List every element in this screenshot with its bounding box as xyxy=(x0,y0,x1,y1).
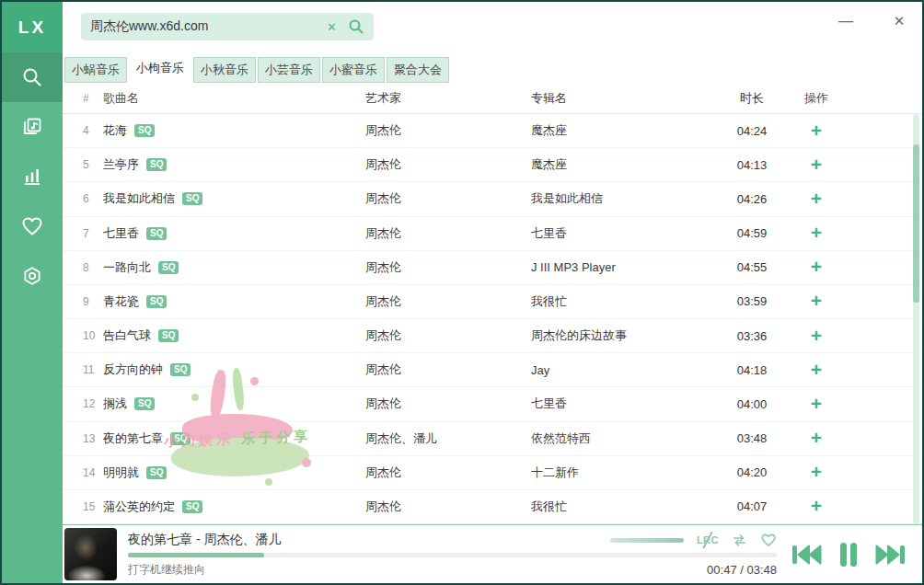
song-artist: 周杰伦 xyxy=(365,122,531,139)
song-title: 花海 xyxy=(103,122,127,139)
scrollbar-track[interactable] xyxy=(913,114,919,524)
song-row[interactable]: 13夜的第七章SQ周杰伦、潘儿依然范特西03:48+ xyxy=(63,422,922,456)
favorite-heart-icon[interactable] xyxy=(760,533,777,547)
add-song-button[interactable]: + xyxy=(811,396,822,412)
song-row[interactable]: 15蒲公英的约定SQ周杰伦我很忙04:07+ xyxy=(63,490,922,524)
song-title: 明明就 xyxy=(103,465,139,481)
quality-badge: SQ xyxy=(146,227,167,240)
header-bar: ✕ — ✕ xyxy=(63,2,922,52)
column-header-2: 艺术家 xyxy=(365,90,531,107)
song-row[interactable]: 6我是如此相信SQ周杰伦我是如此相信04:26+ xyxy=(63,182,922,216)
tab-source-0[interactable]: 小蜗音乐 xyxy=(64,57,127,83)
tab-source-1[interactable]: 小枸音乐 xyxy=(129,52,191,83)
progress-fill xyxy=(128,553,264,557)
song-artist: 周杰伦 xyxy=(365,259,531,276)
song-album: 七里香 xyxy=(531,396,720,412)
search-submit-icon[interactable] xyxy=(344,18,364,35)
next-button[interactable] xyxy=(874,543,907,567)
sidebar-item-favorites[interactable] xyxy=(2,201,63,251)
song-list: 4花海SQ周杰伦魔杰座04:24+5兰亭序SQ周杰伦魔杰座04:13+6我是如此… xyxy=(63,114,922,524)
song-duration: 04:18 xyxy=(720,363,784,377)
add-song-button[interactable]: + xyxy=(811,258,822,275)
column-header-3: 专辑名 xyxy=(531,90,720,107)
song-title: 一路向北 xyxy=(103,259,151,276)
song-row[interactable]: 4花海SQ周杰伦魔杰座04:24+ xyxy=(63,114,922,148)
add-song-button[interactable]: + xyxy=(811,224,822,241)
song-row[interactable]: 11反方向的钟SQ周杰伦Jay04:18+ xyxy=(63,353,922,387)
song-album: 七里香 xyxy=(531,225,720,242)
song-duration: 03:59 xyxy=(720,294,784,308)
song-index: 8 xyxy=(63,261,103,274)
add-song-button[interactable]: + xyxy=(811,190,822,207)
search-input[interactable] xyxy=(90,19,319,34)
add-song-button[interactable]: + xyxy=(811,122,822,139)
song-index: 4 xyxy=(63,124,103,137)
add-song-button[interactable]: + xyxy=(811,327,822,344)
song-artist: 周杰伦 xyxy=(365,327,531,344)
volume-slider[interactable] xyxy=(610,538,684,543)
play-mode-loop-icon[interactable] xyxy=(732,533,747,547)
sidebar-item-leaderboard[interactable] xyxy=(2,152,63,201)
song-index: 13 xyxy=(63,432,103,445)
quality-badge: SQ xyxy=(170,363,191,376)
song-row[interactable]: 5兰亭序SQ周杰伦魔杰座04:13+ xyxy=(63,148,922,182)
pause-button[interactable] xyxy=(837,541,860,568)
add-song-button[interactable]: + xyxy=(811,156,822,173)
song-album: J III MP3 Player xyxy=(531,260,720,274)
close-button[interactable]: ✕ xyxy=(887,9,911,33)
sidebar-item-settings[interactable] xyxy=(2,251,63,301)
add-song-button[interactable]: + xyxy=(811,361,822,378)
song-artist: 周杰伦 xyxy=(365,361,531,378)
song-album: 我是如此相信 xyxy=(531,190,720,207)
song-row[interactable]: 10告白气球SQ周杰伦周杰伦的床边故事03:36+ xyxy=(63,319,922,353)
tab-source-3[interactable]: 小芸音乐 xyxy=(258,57,320,83)
clear-search-icon[interactable]: ✕ xyxy=(319,20,344,34)
quality-badge: SQ xyxy=(158,329,179,342)
sidebar-item-search[interactable] xyxy=(2,52,63,102)
add-song-button[interactable]: + xyxy=(811,498,822,514)
song-row[interactable]: 9青花瓷SQ周杰伦我很忙03:59+ xyxy=(63,285,922,319)
song-album: 我很忙 xyxy=(531,499,720,515)
progress-bar[interactable] xyxy=(128,553,777,557)
scrollbar-thumb[interactable] xyxy=(913,144,919,303)
add-song-button[interactable]: + xyxy=(811,464,822,480)
sidebar-item-songlist[interactable] xyxy=(2,102,63,152)
tab-source-4[interactable]: 小蜜音乐 xyxy=(322,57,385,83)
sidebar: LX xyxy=(2,2,63,583)
song-duration: 03:48 xyxy=(720,431,784,445)
song-album: 依然范特西 xyxy=(531,430,720,447)
quality-badge: SQ xyxy=(134,397,155,410)
minimize-button[interactable]: — xyxy=(834,9,858,33)
leaderboard-icon xyxy=(21,166,43,188)
column-header-5: 操作 xyxy=(784,90,849,107)
quality-badge: SQ xyxy=(182,500,202,513)
player-bar: 夜的第七章 - 周杰伦、潘儿 LRC xyxy=(63,524,922,583)
add-song-button[interactable]: + xyxy=(811,430,822,446)
add-song-button[interactable]: + xyxy=(811,292,822,309)
tab-source-2[interactable]: 小秋音乐 xyxy=(193,57,256,83)
desktop-lyrics-toggle-icon[interactable]: LRC xyxy=(697,534,719,545)
song-index: 15 xyxy=(63,500,103,513)
song-row[interactable]: 12搁浅SQ周杰伦七里香04:00+ xyxy=(63,387,922,421)
current-lyric: 打字机继续推向 xyxy=(128,562,707,578)
song-row[interactable]: 7七里香SQ周杰伦七里香04:59+ xyxy=(63,217,922,251)
song-artist: 周杰伦 xyxy=(365,190,531,207)
playback-controls xyxy=(790,541,913,568)
tab-source-5[interactable]: 聚合大会 xyxy=(387,57,449,83)
song-duration: 04:00 xyxy=(720,397,784,411)
quality-badge: SQ xyxy=(146,466,167,479)
song-title: 蒲公英的约定 xyxy=(103,499,175,515)
song-artist: 周杰伦 xyxy=(365,465,531,481)
song-row[interactable]: 8一路向北SQ周杰伦J III MP3 Player04:55+ xyxy=(63,251,922,285)
previous-button[interactable] xyxy=(790,543,823,567)
song-index: 11 xyxy=(63,363,103,376)
song-title: 青花瓷 xyxy=(103,293,139,310)
album-art[interactable] xyxy=(64,528,117,580)
songlist-icon xyxy=(21,116,43,138)
song-artist: 周杰伦 xyxy=(365,156,531,173)
song-duration: 04:55 xyxy=(720,260,784,274)
search-box: ✕ xyxy=(81,13,374,40)
song-duration: 03:36 xyxy=(720,329,784,343)
song-row[interactable]: 14明明就SQ周杰伦十二新作04:20+ xyxy=(63,456,922,490)
song-index: 12 xyxy=(63,397,103,410)
